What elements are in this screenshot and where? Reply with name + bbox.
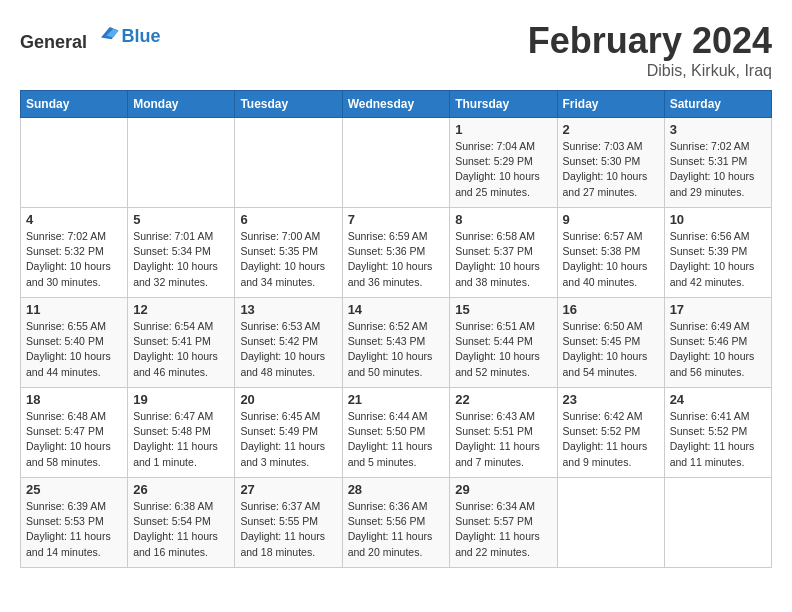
table-row: 2Sunrise: 7:03 AM Sunset: 5:30 PM Daylig… [557, 118, 664, 208]
table-row: 15Sunrise: 6:51 AM Sunset: 5:44 PM Dayli… [450, 298, 557, 388]
table-row: 24Sunrise: 6:41 AM Sunset: 5:52 PM Dayli… [664, 388, 771, 478]
day-number: 22 [455, 392, 551, 407]
table-row: 10Sunrise: 6:56 AM Sunset: 5:39 PM Dayli… [664, 208, 771, 298]
day-number: 9 [563, 212, 659, 227]
day-info: Sunrise: 7:04 AM Sunset: 5:29 PM Dayligh… [455, 139, 551, 200]
table-row: 6Sunrise: 7:00 AM Sunset: 5:35 PM Daylig… [235, 208, 342, 298]
table-row: 5Sunrise: 7:01 AM Sunset: 5:34 PM Daylig… [128, 208, 235, 298]
day-info: Sunrise: 6:49 AM Sunset: 5:46 PM Dayligh… [670, 319, 766, 380]
day-number: 4 [26, 212, 122, 227]
day-number: 23 [563, 392, 659, 407]
day-number: 28 [348, 482, 445, 497]
table-row: 13Sunrise: 6:53 AM Sunset: 5:42 PM Dayli… [235, 298, 342, 388]
day-info: Sunrise: 6:56 AM Sunset: 5:39 PM Dayligh… [670, 229, 766, 290]
header-sunday: Sunday [21, 91, 128, 118]
day-info: Sunrise: 6:53 AM Sunset: 5:42 PM Dayligh… [240, 319, 336, 380]
table-row: 4Sunrise: 7:02 AM Sunset: 5:32 PM Daylig… [21, 208, 128, 298]
table-row [128, 118, 235, 208]
logo: General Blue [20, 20, 161, 53]
calendar-subtitle: Dibis, Kirkuk, Iraq [528, 62, 772, 80]
day-info: Sunrise: 6:54 AM Sunset: 5:41 PM Dayligh… [133, 319, 229, 380]
table-row [664, 478, 771, 568]
table-row: 17Sunrise: 6:49 AM Sunset: 5:46 PM Dayli… [664, 298, 771, 388]
day-number: 6 [240, 212, 336, 227]
days-header-row: Sunday Monday Tuesday Wednesday Thursday… [21, 91, 772, 118]
day-info: Sunrise: 6:47 AM Sunset: 5:48 PM Dayligh… [133, 409, 229, 470]
calendar-week-row: 25Sunrise: 6:39 AM Sunset: 5:53 PM Dayli… [21, 478, 772, 568]
day-info: Sunrise: 6:51 AM Sunset: 5:44 PM Dayligh… [455, 319, 551, 380]
day-number: 18 [26, 392, 122, 407]
day-number: 3 [670, 122, 766, 137]
day-number: 24 [670, 392, 766, 407]
table-row: 21Sunrise: 6:44 AM Sunset: 5:50 PM Dayli… [342, 388, 450, 478]
table-row: 26Sunrise: 6:38 AM Sunset: 5:54 PM Dayli… [128, 478, 235, 568]
table-row: 1Sunrise: 7:04 AM Sunset: 5:29 PM Daylig… [450, 118, 557, 208]
day-info: Sunrise: 7:00 AM Sunset: 5:35 PM Dayligh… [240, 229, 336, 290]
day-info: Sunrise: 6:50 AM Sunset: 5:45 PM Dayligh… [563, 319, 659, 380]
table-row: 18Sunrise: 6:48 AM Sunset: 5:47 PM Dayli… [21, 388, 128, 478]
day-info: Sunrise: 6:52 AM Sunset: 5:43 PM Dayligh… [348, 319, 445, 380]
table-row: 11Sunrise: 6:55 AM Sunset: 5:40 PM Dayli… [21, 298, 128, 388]
header-saturday: Saturday [664, 91, 771, 118]
calendar-table: Sunday Monday Tuesday Wednesday Thursday… [20, 90, 772, 568]
calendar-week-row: 18Sunrise: 6:48 AM Sunset: 5:47 PM Dayli… [21, 388, 772, 478]
day-number: 10 [670, 212, 766, 227]
day-info: Sunrise: 7:03 AM Sunset: 5:30 PM Dayligh… [563, 139, 659, 200]
day-info: Sunrise: 6:39 AM Sunset: 5:53 PM Dayligh… [26, 499, 122, 560]
day-number: 5 [133, 212, 229, 227]
day-info: Sunrise: 6:42 AM Sunset: 5:52 PM Dayligh… [563, 409, 659, 470]
day-number: 14 [348, 302, 445, 317]
day-number: 27 [240, 482, 336, 497]
table-row: 29Sunrise: 6:34 AM Sunset: 5:57 PM Dayli… [450, 478, 557, 568]
table-row: 9Sunrise: 6:57 AM Sunset: 5:38 PM Daylig… [557, 208, 664, 298]
day-info: Sunrise: 6:58 AM Sunset: 5:37 PM Dayligh… [455, 229, 551, 290]
day-number: 7 [348, 212, 445, 227]
day-number: 21 [348, 392, 445, 407]
table-row [235, 118, 342, 208]
table-row: 12Sunrise: 6:54 AM Sunset: 5:41 PM Dayli… [128, 298, 235, 388]
logo-text-general: General [20, 32, 87, 52]
header-tuesday: Tuesday [235, 91, 342, 118]
calendar-week-row: 1Sunrise: 7:04 AM Sunset: 5:29 PM Daylig… [21, 118, 772, 208]
day-number: 26 [133, 482, 229, 497]
day-number: 19 [133, 392, 229, 407]
title-area: February 2024 Dibis, Kirkuk, Iraq [528, 20, 772, 80]
day-number: 20 [240, 392, 336, 407]
day-info: Sunrise: 6:48 AM Sunset: 5:47 PM Dayligh… [26, 409, 122, 470]
day-info: Sunrise: 6:45 AM Sunset: 5:49 PM Dayligh… [240, 409, 336, 470]
table-row: 7Sunrise: 6:59 AM Sunset: 5:36 PM Daylig… [342, 208, 450, 298]
day-number: 25 [26, 482, 122, 497]
calendar-week-row: 11Sunrise: 6:55 AM Sunset: 5:40 PM Dayli… [21, 298, 772, 388]
day-number: 13 [240, 302, 336, 317]
day-number: 1 [455, 122, 551, 137]
day-info: Sunrise: 6:37 AM Sunset: 5:55 PM Dayligh… [240, 499, 336, 560]
table-row [557, 478, 664, 568]
day-info: Sunrise: 6:38 AM Sunset: 5:54 PM Dayligh… [133, 499, 229, 560]
day-info: Sunrise: 6:36 AM Sunset: 5:56 PM Dayligh… [348, 499, 445, 560]
calendar-title: February 2024 [528, 20, 772, 62]
table-row: 22Sunrise: 6:43 AM Sunset: 5:51 PM Dayli… [450, 388, 557, 478]
day-info: Sunrise: 6:57 AM Sunset: 5:38 PM Dayligh… [563, 229, 659, 290]
table-row: 3Sunrise: 7:02 AM Sunset: 5:31 PM Daylig… [664, 118, 771, 208]
table-row: 20Sunrise: 6:45 AM Sunset: 5:49 PM Dayli… [235, 388, 342, 478]
day-info: Sunrise: 7:02 AM Sunset: 5:32 PM Dayligh… [26, 229, 122, 290]
table-row [342, 118, 450, 208]
logo-text-blue: Blue [122, 26, 161, 46]
day-number: 15 [455, 302, 551, 317]
table-row: 8Sunrise: 6:58 AM Sunset: 5:37 PM Daylig… [450, 208, 557, 298]
day-number: 2 [563, 122, 659, 137]
header-area: General Blue February 2024 Dibis, Kirkuk… [20, 20, 772, 80]
table-row: 16Sunrise: 6:50 AM Sunset: 5:45 PM Dayli… [557, 298, 664, 388]
day-info: Sunrise: 6:34 AM Sunset: 5:57 PM Dayligh… [455, 499, 551, 560]
table-row: 28Sunrise: 6:36 AM Sunset: 5:56 PM Dayli… [342, 478, 450, 568]
day-info: Sunrise: 6:44 AM Sunset: 5:50 PM Dayligh… [348, 409, 445, 470]
table-row [21, 118, 128, 208]
table-row: 23Sunrise: 6:42 AM Sunset: 5:52 PM Dayli… [557, 388, 664, 478]
day-info: Sunrise: 6:55 AM Sunset: 5:40 PM Dayligh… [26, 319, 122, 380]
day-number: 8 [455, 212, 551, 227]
day-number: 17 [670, 302, 766, 317]
day-info: Sunrise: 7:02 AM Sunset: 5:31 PM Dayligh… [670, 139, 766, 200]
calendar-week-row: 4Sunrise: 7:02 AM Sunset: 5:32 PM Daylig… [21, 208, 772, 298]
logo-bird-icon [94, 20, 122, 48]
header-monday: Monday [128, 91, 235, 118]
